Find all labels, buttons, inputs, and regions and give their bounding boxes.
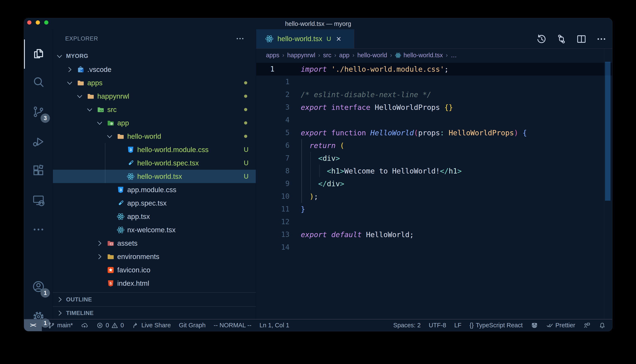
environments-folder-icon: [107, 253, 115, 261]
sidebar-item-source-control[interactable]: 3: [24, 97, 53, 126]
cursor-position[interactable]: Ln 1, Col 1: [260, 322, 289, 329]
sidebar-item-extensions[interactable]: [24, 156, 53, 185]
code-line-2[interactable]: 1: [256, 76, 612, 88]
code-line-9[interactable]: 8 <h1>Welcome to HelloWorld!</h1>: [256, 164, 612, 177]
code-text: </div>: [301, 177, 344, 190]
branch-icon: [48, 322, 55, 329]
breadcrumb-item[interactable]: hello-world: [357, 52, 387, 59]
line-number: 6: [256, 139, 301, 152]
search-icon: [32, 76, 45, 89]
breadcrumb-item-file[interactable]: hello-world.tsx: [403, 52, 443, 59]
project-root-row[interactable]: MYORG: [53, 50, 256, 63]
tree-item-environments[interactable]: environments: [53, 250, 256, 263]
tree-item-hello-world-module-css[interactable]: hello-world.module.css U: [53, 143, 256, 156]
test-icon: [117, 199, 125, 207]
outline-section-header[interactable]: OUTLINE: [53, 292, 256, 306]
tree-item-vscode[interactable]: .vscode: [53, 63, 256, 76]
indent-guide: [301, 139, 302, 203]
sidebar-item-explorer[interactable]: [24, 39, 53, 68]
editor-scrollbar[interactable]: [605, 62, 610, 201]
more-actions-icon[interactable]: [596, 34, 607, 44]
css-icon: [127, 146, 135, 154]
tree-item-app-module-css[interactable]: app.module.css: [53, 183, 256, 196]
live-share-button[interactable]: Live Share: [132, 322, 171, 329]
tree-item-index-html[interactable]: index.html: [53, 276, 256, 290]
history-icon[interactable]: [536, 34, 547, 44]
tree-item-favicon-ico[interactable]: favicon.ico: [53, 263, 256, 276]
git-untracked-badge: U: [244, 146, 249, 154]
split-editor-icon[interactable]: [576, 34, 587, 44]
close-tab-icon[interactable]: ×: [336, 34, 341, 43]
code-line-4[interactable]: 3export interface HelloWorldProps {}: [256, 101, 612, 114]
line-number: 1: [256, 63, 301, 76]
ellipsis-icon: [32, 223, 45, 236]
editor-actions: [536, 29, 607, 49]
sidebar-item-run-debug[interactable]: [24, 127, 53, 156]
tree-item-hello-world-tsx[interactable]: hello-world.tsx U: [53, 170, 256, 183]
problems-status[interactable]: 0 0: [96, 322, 124, 329]
tree-item-apps[interactable]: apps: [53, 76, 256, 90]
code-line-15[interactable]: 14: [256, 241, 612, 254]
feedback-button[interactable]: [583, 322, 590, 329]
tree-item-src[interactable]: src: [53, 103, 256, 116]
run-debug-icon: [32, 135, 45, 148]
pet-extension-button[interactable]: [531, 322, 538, 329]
code-line-7[interactable]: 6 return (: [256, 139, 612, 152]
tree-item-hello-world[interactable]: hello-world: [53, 130, 256, 143]
tree-item-nx-welcome-tsx[interactable]: nx-welcome.tsx: [53, 223, 256, 236]
code-line-5[interactable]: 4: [256, 114, 612, 126]
code-line-6[interactable]: 5export function HelloWorld(props: Hello…: [256, 126, 612, 139]
sidebar-item-remote-explorer[interactable]: [24, 186, 53, 215]
title-bar[interactable]: hello-world.tsx — myorg: [24, 18, 612, 29]
code-line-3[interactable]: 2/* eslint-disable-next-line */: [256, 88, 612, 101]
tree-item-hello-world-spec-tsx[interactable]: hello-world.spec.tsx U: [53, 156, 256, 170]
accounts-button[interactable]: 1: [24, 272, 53, 301]
sidebar-item-search[interactable]: [24, 68, 53, 96]
indentation-status[interactable]: Spaces: 2: [393, 322, 420, 329]
breadcrumb-item-symbol[interactable]: …: [451, 52, 457, 59]
code-line-1[interactable]: 1import './hello-world.module.css';: [256, 63, 612, 76]
code-line-14[interactable]: 13export default HelloWorld;: [256, 228, 612, 241]
activity-more-actions[interactable]: [24, 215, 53, 244]
code-line-13[interactable]: 12: [256, 216, 612, 228]
open-changes-icon[interactable]: [556, 34, 567, 44]
folder-icon: [77, 79, 85, 87]
tree-item-happynrwl[interactable]: happynrwl: [53, 90, 256, 103]
breadcrumb-item[interactable]: src: [323, 52, 331, 59]
timeline-section-header[interactable]: TIMELINE: [53, 306, 256, 320]
chevron-down-icon: [66, 79, 73, 86]
tree-item-assets[interactable]: assets: [53, 236, 256, 250]
tree-item-app-spec-tsx[interactable]: app.spec.tsx: [53, 196, 256, 210]
explorer-more-actions-icon[interactable]: [235, 34, 245, 43]
code-line-10[interactable]: 9 </div>: [256, 177, 612, 190]
live-share-icon: [132, 322, 139, 329]
line-number: 13: [256, 228, 301, 241]
braces-icon: {}: [470, 322, 474, 329]
prettier-status[interactable]: Prettier: [546, 322, 575, 329]
file-tree: .vscode apps happynrwl src: [53, 63, 256, 290]
code-line-8[interactable]: 7 <div>: [256, 152, 612, 164]
notifications-button[interactable]: [599, 322, 606, 329]
vim-mode-indicator[interactable]: -- NORMAL --: [214, 322, 252, 329]
breadcrumb-item[interactable]: apps: [266, 52, 279, 59]
code-area[interactable]: 1import './hello-world.module.css';12/* …: [256, 63, 612, 254]
language-mode-status[interactable]: {} TypeScript React: [470, 322, 523, 329]
eol-status[interactable]: LF: [454, 322, 461, 329]
double-check-icon: [546, 322, 553, 329]
sync-changes-button[interactable]: [81, 322, 88, 329]
code-line-11[interactable]: 10 );: [256, 190, 612, 203]
explorer-sidebar: EXPLORER MYORG .vscode apps happynrwl: [53, 29, 256, 320]
remote-indicator[interactable]: ><: [24, 320, 42, 331]
explorer-header: EXPLORER: [53, 29, 256, 48]
git-graph-button[interactable]: Git Graph: [179, 322, 206, 329]
code-line-12[interactable]: 11}: [256, 203, 612, 216]
breadcrumb-item[interactable]: app: [339, 52, 349, 59]
chevron-down-icon: [86, 106, 93, 113]
git-branch-status[interactable]: main*: [48, 322, 73, 329]
code-text: <div>: [301, 152, 340, 164]
encoding-status[interactable]: UTF-8: [429, 322, 446, 329]
tree-item-app-tsx[interactable]: app.tsx: [53, 210, 256, 223]
tab-hello-world-tsx[interactable]: hello-world.tsx U ×: [256, 29, 354, 48]
breadcrumb-item[interactable]: happynrwl: [287, 52, 315, 59]
tree-item-app[interactable]: app: [53, 116, 256, 130]
